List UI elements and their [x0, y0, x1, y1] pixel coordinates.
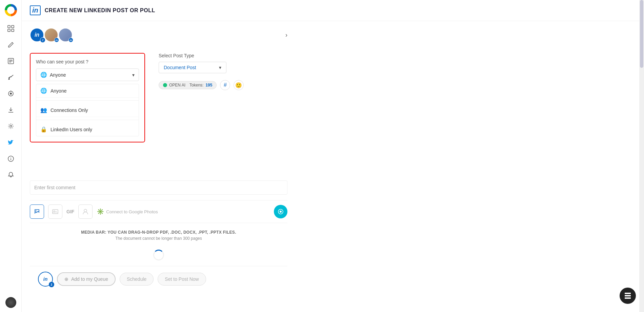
svg-point-20 — [84, 209, 87, 212]
google-photos-icon: ✳️ — [97, 208, 104, 215]
sidebar-item-posts[interactable] — [4, 54, 18, 68]
add-to-queue-button[interactable]: ⊕ Add to my Queue — [57, 272, 116, 286]
visibility-selected-text: Anyone — [50, 72, 129, 78]
visibility-option-anyone[interactable]: 🌐 Anyone — [36, 84, 139, 98]
logo-inner — [7, 6, 15, 14]
post-type-selected-text: Document Post — [164, 65, 216, 70]
sidebar-item-dashboard[interactable] — [4, 22, 18, 35]
openai-status-dot — [163, 83, 167, 87]
linkedin-badge-count: 2 — [49, 282, 54, 287]
dropdown-divider-1 — [36, 100, 139, 101]
sidebar-item-compose[interactable] — [4, 38, 18, 52]
gif-button[interactable]: GIF — [66, 209, 74, 214]
sidebar-item-bell[interactable] — [4, 168, 18, 182]
chat-button[interactable] — [620, 288, 636, 304]
li-badge-3: in — [68, 38, 73, 42]
user-avatar[interactable] — [5, 297, 16, 308]
comment-input[interactable]: Enter first comment — [30, 180, 287, 195]
person-tag-button[interactable] — [78, 204, 93, 219]
main-content: in CREATE NEW LINKEDIN POST OR POLL in 2… — [22, 0, 644, 312]
svg-point-13 — [10, 125, 12, 127]
accounts-expand-arrow[interactable]: › — [285, 32, 287, 39]
li-badge-2: in — [54, 38, 59, 42]
openai-badge[interactable]: OPEN AI Tokens: 195 — [159, 81, 217, 89]
visibility-option-connections[interactable]: 👥 Connections Only — [36, 103, 139, 117]
visibility-globe-icon: 🌐 — [40, 72, 47, 78]
svg-point-16 — [11, 157, 11, 158]
account-avatar-2: in — [44, 28, 58, 42]
visibility-option-anyone-label: Anyone — [51, 88, 66, 94]
visibility-chevron-icon: ▾ — [132, 72, 135, 78]
visibility-selected[interactable]: 🌐 Anyone ▾ — [36, 69, 139, 81]
svg-rect-3 — [12, 29, 14, 32]
post-type-section: Select Post Type Document Post ▾ OPEN AI… — [159, 53, 244, 97]
visibility-option-linkedin-label: LinkedIn Users only — [51, 127, 92, 132]
scrollbar-track — [639, 0, 644, 312]
image-upload-button[interactable] — [48, 204, 62, 219]
sidebar-item-monitor[interactable] — [4, 87, 18, 100]
svg-rect-1 — [12, 25, 14, 28]
anyone-globe-icon: 🌐 — [40, 87, 47, 94]
sidebar-item-info[interactable] — [4, 152, 18, 165]
svg-rect-24 — [625, 295, 631, 296]
account-2[interactable]: in — [47, 28, 58, 42]
bottom-action-bar: in 2 ⊕ Add to my Queue Schedule Set to P… — [30, 266, 287, 292]
post-type-label: Select Post Type — [159, 53, 244, 58]
visibility-option-linkedin[interactable]: 🔒 LinkedIn Users only — [36, 123, 139, 136]
media-info-sub-text: The document cannot be longer than 300 p… — [30, 236, 287, 241]
svg-rect-0 — [8, 25, 10, 28]
media-info-section: MEDIA BAR: YOU CAN DRAG-N-DROP PDF, .DOC… — [30, 223, 287, 244]
post-now-label: Set to Post Now — [165, 276, 199, 282]
add-queue-label: Add to my Queue — [71, 276, 108, 282]
visibility-dropdown-section: Who can see your post ? 🌐 Anyone ▾ 🌐 Any… — [30, 53, 145, 142]
loading-spinner — [153, 250, 164, 260]
openai-tokens-prefix: Tokens: — [189, 83, 203, 87]
post-now-button[interactable]: Set to Post Now — [158, 273, 206, 286]
account-1[interactable]: in 2 — [30, 28, 44, 42]
content-area: in 2 in in › Who ca — [22, 21, 644, 299]
account-3[interactable]: in — [61, 28, 73, 42]
media-bar: GIF ✳️ Connect to Google Photos — [30, 200, 287, 223]
linkedin-badge-icon: in — [43, 276, 47, 282]
accounts-row: in 2 in in › — [30, 28, 287, 46]
visibility-option-connections-label: Connections Only — [51, 108, 88, 113]
left-panel: in 2 in in › Who ca — [30, 28, 287, 292]
sidebar-item-twitter[interactable] — [4, 136, 18, 149]
media-upload-button[interactable] — [30, 204, 44, 219]
svg-point-8 — [8, 78, 10, 80]
schedule-button[interactable]: Schedule — [120, 273, 154, 286]
emoji-button[interactable]: 🙂 — [234, 80, 244, 90]
hashtag-button[interactable]: # — [220, 80, 230, 90]
linkedin-users-lock-icon: 🔒 — [40, 126, 47, 133]
media-right — [274, 205, 287, 218]
svg-point-17 — [36, 211, 37, 212]
sidebar-item-feed[interactable] — [4, 71, 18, 84]
google-photos-button[interactable]: ✳️ Connect to Google Photos — [97, 208, 158, 215]
svg-rect-23 — [625, 293, 631, 294]
google-photos-label: Connect to Google Photos — [106, 209, 158, 214]
add-queue-icon: ⊕ — [64, 276, 68, 282]
sidebar-item-download[interactable] — [4, 103, 18, 117]
visibility-dropdown-menu: 🌐 Anyone 👥 Connections Only 🔒 LinkedIn U… — [36, 84, 139, 136]
sidebar — [0, 0, 22, 312]
linkedin-account-badge[interactable]: in 2 — [38, 272, 53, 287]
sidebar-item-settings[interactable] — [4, 119, 18, 133]
svg-point-22 — [280, 211, 282, 213]
visibility-label: Who can see your post ? — [36, 59, 139, 64]
media-info-main-text: MEDIA BAR: YOU CAN DRAG-N-DROP PDF, .DOC… — [30, 230, 287, 235]
openai-label: OPEN AI — [169, 83, 185, 87]
post-type-chevron-icon: ▾ — [219, 65, 221, 70]
scrollbar-thumb[interactable] — [640, 0, 643, 68]
dropdown-divider-2 — [36, 120, 139, 120]
schedule-label: Schedule — [127, 276, 146, 282]
account-avatar-3: in — [58, 28, 73, 42]
linkedin-icon: in — [30, 5, 41, 15]
loading-spinner-container — [30, 244, 287, 266]
page-header: in CREATE NEW LINKEDIN POST OR POLL — [22, 0, 644, 21]
svg-point-10 — [10, 93, 12, 95]
teal-action-button[interactable] — [274, 205, 287, 218]
openai-bar: OPEN AI Tokens: 195 # 🙂 — [159, 80, 244, 90]
post-type-dropdown[interactable]: Document Post ▾ — [159, 62, 226, 73]
app-logo[interactable] — [5, 4, 17, 16]
svg-rect-25 — [625, 297, 631, 299]
